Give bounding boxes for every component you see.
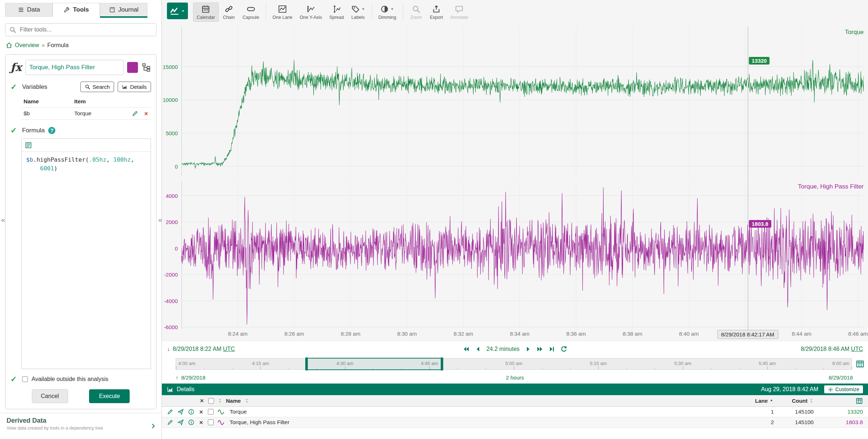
scrubber-end-date[interactable]: 8/29/2018 [829,374,853,381]
select-all-checkbox[interactable] [208,398,214,404]
toolbar-item-label: Labels [351,15,365,20]
help-icon[interactable]: ? [48,127,55,134]
remove-all-icon[interactable] [199,398,205,403]
sort-icon[interactable] [244,398,249,403]
count-column-header[interactable]: Count [774,398,814,404]
toolbar-item-calendar[interactable]: Calendar [193,3,219,22]
tab-tools[interactable]: Tools [53,3,100,17]
signal-name[interactable]: Torque [230,409,247,415]
send-item-button[interactable] [177,409,184,415]
delete-x-icon[interactable] [143,111,149,116]
refresh-icon[interactable] [560,345,567,353]
cancel-button[interactable]: Cancel [32,389,68,403]
toolbar-item-spread[interactable]: Spread [326,3,347,22]
calendar-icon [201,5,210,13]
toolbar-item-one-y-axis[interactable]: One Y-Axis [296,3,326,22]
formula-snippets-icon [25,142,32,149]
collapse-sidebar-icon[interactable]: « [158,216,162,224]
y-axis-label: 15000 [163,63,178,70]
cursor-line [748,27,748,330]
toolbar-item-one-lane[interactable]: One Lane [269,3,296,22]
scrubber-track[interactable]: 4:00 am4:15 am4:30 am4:45 am5:00 am5:15 … [176,358,852,370]
toolbar-item-labels[interactable]: Labels [348,3,369,22]
formula-name-input[interactable] [25,60,123,75]
gear-icon [828,387,833,392]
scrubber-left-handle[interactable] [305,357,308,370]
column-chooser-icon[interactable] [856,397,863,405]
range-duration-label[interactable]: 24.2 minutes [486,346,520,352]
search-button[interactable]: Search [80,82,114,92]
available-row: ✓ Available outside this analysis [11,375,151,384]
scrubber-tick [176,366,176,369]
dependency-tree-icon[interactable] [142,63,151,72]
filter-tools-input[interactable] [5,23,156,36]
code-token: , [131,156,134,163]
collapse-left-panel-icon[interactable]: « [1,216,5,224]
customize-button[interactable]: Customize [824,385,863,393]
home-icon[interactable] [6,42,12,49]
tab-data[interactable]: Data [5,3,53,17]
pan-right-full-icon[interactable] [536,345,544,353]
scrubber-tick [458,368,458,369]
color-swatch[interactable] [127,62,138,73]
step-to-now-icon[interactable] [548,345,555,353]
execute-button[interactable]: Execute [89,389,130,403]
lane-column-header[interactable]: Lane [716,398,774,404]
search-button-label: Search [93,84,110,90]
breadcrumb-overview-link[interactable]: Overview [15,42,39,49]
range-end-tz: UTC [851,346,863,352]
row-checkbox[interactable] [208,419,214,425]
sort-asc-icon [769,398,774,403]
code-token: 100hz [113,156,131,163]
timebar-table-icon[interactable] [856,360,864,368]
scrubber-right-handle[interactable] [441,357,443,370]
toolbar-item-label: Export [430,15,443,20]
scrubber-time-label: 5:00 am [506,361,523,366]
pan-left-full-icon[interactable] [462,345,470,353]
trend-chart[interactable]: 150001000050000 400020000-2000-4000-6000… [162,24,868,341]
toolbar-item-annotate: Annotate [446,3,472,22]
edit-item-button[interactable] [167,419,173,426]
lane-cell: 2 [716,419,774,426]
tab-journal[interactable]: Journal [100,3,147,17]
remove-item-button[interactable] [198,409,204,415]
variables-label: Variables [22,83,47,91]
swap-range-down-icon[interactable]: ↓ [167,346,170,352]
derived-data-section[interactable]: Derived Data View data created by tools … [0,413,162,439]
toolbar-item-chain[interactable]: Chain [219,3,239,22]
scrubber-start-date[interactable]: 8/29/2018 [181,374,206,381]
remove-item-button[interactable] [198,420,204,425]
pan-right-half-icon[interactable] [524,345,532,353]
send-item-button[interactable] [177,419,184,426]
range-end-link[interactable]: 8/29/2018 8:46 AM UTC [801,346,863,352]
x-axis-label: 8:26 am [278,331,310,337]
item-info-button[interactable] [188,419,194,426]
edit-item-button[interactable] [167,409,173,415]
formula-snippets-icon[interactable] [25,142,32,149]
pencil-icon[interactable] [132,110,138,117]
signal-name[interactable]: Torque, High Pass Filter [230,419,289,426]
lane-cell: 1 [716,409,774,415]
toolbar-item-export[interactable]: Export [426,3,446,22]
row-checkbox[interactable] [208,409,214,415]
toolbar-item-capsule[interactable]: Capsule [239,3,263,22]
scrubber-tick [514,366,514,369]
info-icon [188,409,194,415]
scrubber-duration-label[interactable]: 2 hours [506,374,524,381]
available-outside-checkbox[interactable] [22,376,28,382]
chevron-right-icon[interactable]: › [151,420,155,431]
name-column-header[interactable]: Name [226,398,241,404]
formula-code-area[interactable]: $b.highPassFilter(.05hz, 100hz, 6001) [22,152,151,369]
formula-tool-panel: ƒx ✓ Variables Search Details Name Item … [5,54,156,409]
details-button[interactable]: Details [118,82,151,92]
pan-left-half-icon[interactable] [474,345,482,353]
item-info-button[interactable] [188,409,194,415]
cursor-value-torque: 13320 [749,57,770,65]
sort-icon[interactable] [218,398,222,403]
toolbar-item-dimming[interactable]: Dimming [375,3,400,22]
x-axis-label: 8:30 am [391,331,423,337]
trend-view-button[interactable] [167,3,188,19]
scrubber-selected-window[interactable] [306,358,442,370]
swap-range-up-icon[interactable]: ↑ [176,374,179,381]
range-start-link[interactable]: 8/29/2018 8:22 AM UTC [173,346,235,352]
